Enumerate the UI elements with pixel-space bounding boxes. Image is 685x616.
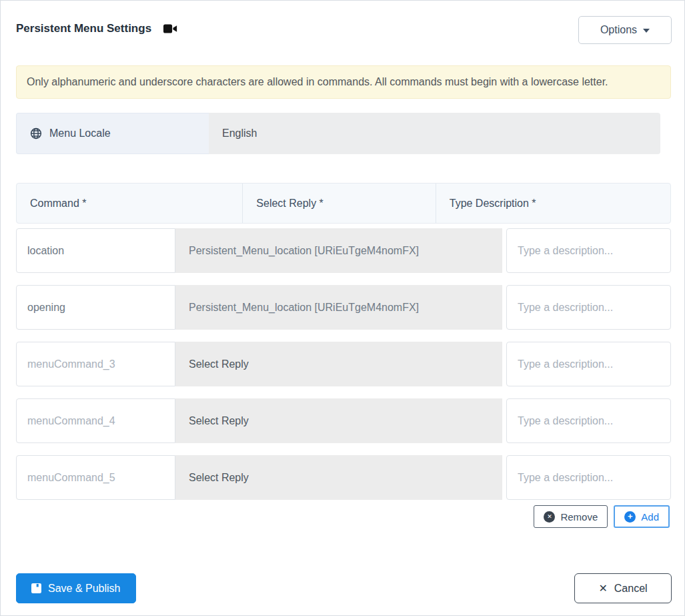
commands-table-body: Persistent_Menu_location [URiEuTgeM4nomF… — [16, 228, 671, 500]
page-title: Persistent Menu Settings — [16, 22, 151, 35]
video-camera-icon — [163, 23, 177, 35]
save-icon — [31, 583, 41, 593]
column-header-command: Command * — [17, 184, 242, 223]
reply-select[interactable]: Select Reply — [175, 455, 502, 500]
remove-row-button[interactable]: ✕ Remove — [534, 505, 608, 528]
globe-icon — [30, 127, 42, 139]
description-input[interactable] — [506, 285, 671, 330]
warning-text: Only alphanumeric and underscore charact… — [27, 76, 608, 88]
cancel-button-label: Cancel — [614, 583, 648, 595]
save-publish-button[interactable]: Save & Publish — [16, 573, 136, 603]
command-input[interactable] — [16, 342, 175, 386]
caret-down-icon — [643, 29, 650, 33]
panel-footer: Save & Publish ✕ Cancel — [16, 573, 672, 603]
remove-circle-x-icon: ✕ — [544, 511, 555, 523]
menu-locale-label: Menu Locale — [16, 113, 209, 154]
save-button-label: Save & Publish — [48, 583, 121, 595]
description-input[interactable] — [506, 228, 671, 273]
commands-warning-banner: Only alphanumeric and underscore charact… — [16, 65, 671, 99]
command-input[interactable] — [16, 398, 175, 443]
options-button-label: Options — [600, 24, 637, 36]
command-input[interactable] — [16, 228, 175, 273]
add-button-label: Add — [641, 511, 659, 523]
reply-select[interactable]: Persistent_Menu_location [URiEuTgeM4nomF… — [175, 228, 502, 273]
row-actions: ✕ Remove + Add — [1, 505, 670, 528]
options-button[interactable]: Options — [578, 16, 672, 44]
reply-select[interactable]: Select Reply — [175, 398, 502, 443]
menu-locale-row: Menu Locale English — [16, 113, 660, 154]
column-header-select-reply: Select Reply * — [242, 184, 435, 223]
reply-select[interactable]: Persistent_Menu_location [URiEuTgeM4nomF… — [175, 285, 502, 330]
close-x-icon: ✕ — [598, 582, 607, 595]
command-row-3: Select Reply — [16, 342, 671, 386]
menu-locale-value[interactable]: English — [209, 113, 660, 154]
command-input[interactable] — [16, 285, 175, 330]
remove-button-label: Remove — [560, 511, 598, 523]
commands-table-header: Command * Select Reply * Type Descriptio… — [16, 183, 671, 224]
description-input[interactable] — [506, 455, 671, 500]
persistent-menu-settings-panel: Persistent Menu Settings Options Only al… — [0, 0, 685, 616]
cancel-button[interactable]: ✕ Cancel — [574, 573, 672, 603]
add-row-button[interactable]: + Add — [614, 505, 670, 528]
command-input[interactable] — [16, 455, 175, 500]
reply-select[interactable]: Select Reply — [175, 342, 502, 386]
description-input[interactable] — [506, 342, 671, 386]
menu-locale-value-text: English — [222, 127, 257, 139]
command-row-2: Persistent_Menu_location [URiEuTgeM4nomF… — [16, 285, 671, 330]
panel-header: Persistent Menu Settings Options — [16, 16, 672, 45]
command-row-4: Select Reply — [16, 398, 671, 443]
description-input[interactable] — [506, 398, 671, 443]
command-row-1: Persistent_Menu_location [URiEuTgeM4nomF… — [16, 228, 671, 273]
menu-locale-label-text: Menu Locale — [49, 127, 111, 139]
command-row-5: Select Reply — [16, 455, 671, 500]
add-circle-plus-icon: + — [624, 511, 636, 523]
column-header-type-description: Type Description * — [436, 184, 670, 223]
